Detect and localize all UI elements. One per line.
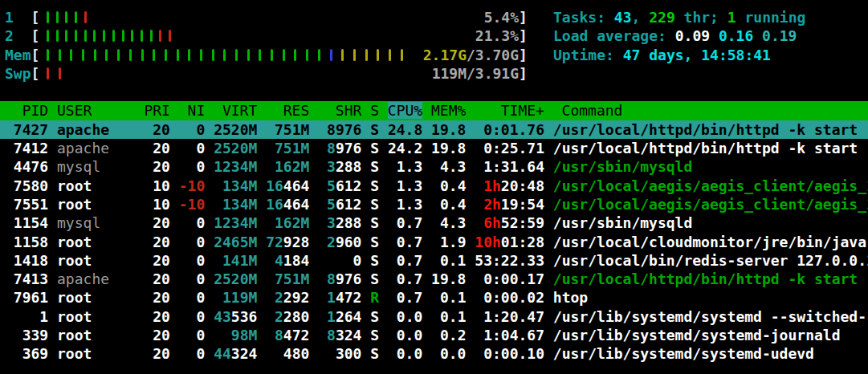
- swp-meter-row: Swp[ 119M/3.91G ]: [0, 64, 868, 83]
- blank-line: [0, 83, 868, 101]
- cell-user: root: [57, 196, 144, 213]
- cell-priority: 20: [144, 214, 178, 231]
- cell-nice: 0: [179, 327, 214, 344]
- cell-state: S: [370, 214, 388, 231]
- cell-virt: 44: [214, 345, 231, 362]
- cell-state: S: [370, 308, 388, 325]
- cell-user: root: [57, 234, 144, 250]
- cell-priority: 20: [144, 121, 178, 138]
- cell-shr-low: 960: [336, 234, 370, 250]
- cell-time: 19:54: [501, 196, 553, 213]
- load-average-summary: Load average: 0.09 0.16 0.19: [553, 26, 805, 45]
- cell-res: 8: [266, 327, 283, 344]
- process-row[interactable]: 7961 root 20 0 119M 2292 1472 R 0.7 0.1 …: [0, 288, 868, 307]
- cell-priority: 20: [144, 252, 178, 269]
- process-row[interactable]: 4476 mysql 20 0 1234M 162M 3288 S 1.3 4.…: [0, 157, 868, 176]
- cell-virt: 2520M: [214, 140, 266, 157]
- process-row[interactable]: 339 root 20 0 98M 8472 8324 S 0.0 0.2 1:…: [0, 326, 868, 344]
- cell-cpu-percent: 24.8: [388, 121, 431, 138]
- cell-priority: 20: [144, 289, 178, 306]
- process-row[interactable]: 7413 apache 20 0 2520M 751M 8976 S 0.7 1…: [0, 270, 868, 288]
- cell-mem-percent: 0.4: [431, 196, 475, 213]
- cell-cpu-percent: 1.3: [388, 196, 431, 213]
- cell-cpu-percent: 0.7: [388, 289, 431, 306]
- process-row[interactable]: 1 root 20 0 43536 2280 1264 S 0.0 0.1 1:…: [0, 307, 868, 326]
- cell-res: 4: [266, 252, 283, 269]
- load-label: Load average:: [553, 27, 675, 44]
- header-columns-right[interactable]: MEM% TIME+ Command: [422, 102, 622, 119]
- cell-state: S: [370, 345, 388, 362]
- running-label: running: [736, 9, 806, 26]
- cell-nice: 0: [179, 121, 214, 138]
- process-table-header[interactable]: PID USER PRI NI VIRT RES SHR S CPU% MEM%…: [0, 101, 868, 120]
- cell-user: root: [57, 252, 144, 269]
- cell-mem-percent: 0.1: [431, 252, 475, 269]
- cell-state: S: [370, 121, 388, 138]
- cell-time: 1:04.67: [475, 327, 553, 344]
- cell-user: mysql: [57, 214, 144, 231]
- cell-cpu-percent: 0.7: [388, 252, 431, 269]
- cell-virt: 134M: [214, 196, 266, 213]
- process-row[interactable]: 7427 apache 20 0 2520M 751M 8976 S 24.8 …: [0, 120, 868, 139]
- close-bracket: ]: [519, 26, 528, 45]
- cell-res-low: 184: [283, 252, 318, 269]
- cell-command: /usr/local/cloudmonitor/jre/bin/java -: [553, 234, 868, 250]
- cell-shr-low: 976: [336, 140, 370, 157]
- cell-nice: -10: [179, 177, 214, 194]
- process-row[interactable]: 369 root 20 0 44324 480 300 S 0.0 0.0 0:…: [0, 344, 868, 363]
- cell-time: 0:25.71: [475, 140, 553, 157]
- cell-priority: 20: [144, 140, 178, 157]
- cell-nice: -10: [179, 196, 214, 213]
- process-row[interactable]: 7412 apache 20 0 2520M 751M 8976 S 24.2 …: [0, 139, 868, 157]
- cell-state: S: [370, 270, 388, 287]
- cell-mem-percent: 0.1: [431, 308, 475, 325]
- cell-nice: 0: [179, 140, 214, 157]
- process-row[interactable]: 1418 root 20 0 141M 4184 0 S 0.7 0.1 53:…: [0, 251, 868, 270]
- cell-state: S: [370, 196, 388, 213]
- cell-cpu-percent: 0.0: [388, 308, 431, 325]
- cell-mem-percent: 0.1: [431, 289, 475, 306]
- cell-state: S: [370, 158, 388, 175]
- process-row[interactable]: 7580 root 10 -10 134M 16464 5612 S 1.3 0…: [0, 177, 868, 195]
- cell-res: 162M: [266, 158, 318, 175]
- cell-virt-low: 536: [231, 308, 266, 325]
- cell-res-low: 292: [283, 289, 318, 306]
- process-table-body: 7427 apache 20 0 2520M 751M 8976 S 24.8 …: [0, 120, 868, 364]
- header-columns-left[interactable]: PID USER PRI NI VIRT RES SHR S: [5, 102, 388, 119]
- cell-nice: 0: [179, 158, 214, 175]
- cell-res: 2: [266, 289, 283, 306]
- cell-time: 52:59: [501, 214, 553, 231]
- cell-nice: 0: [179, 270, 214, 287]
- cell-time: 0:00.02: [475, 289, 553, 306]
- cell-priority: 20: [144, 327, 178, 344]
- cell-pid: 7580: [5, 177, 57, 194]
- cell-mem-percent: 1.9: [431, 234, 475, 250]
- cell-priority: 20: [144, 308, 178, 325]
- cell-virt: 43: [214, 308, 231, 325]
- header-sort-column-cpu[interactable]: CPU%: [388, 102, 422, 119]
- cell-res-low: 928: [283, 234, 318, 250]
- cell-command: /usr/local/aegis/aegis_client/aegis_10: [553, 177, 868, 194]
- cell-command: /usr/sbin/mysqld: [553, 214, 692, 231]
- cell-user: apache: [57, 140, 144, 157]
- cell-mem-percent: 0.0: [431, 345, 475, 362]
- cell-pid: 1418: [5, 252, 57, 269]
- cell-state: S: [370, 252, 388, 269]
- cell-res: 751M: [266, 270, 318, 287]
- process-row[interactable]: 1154 mysql 20 0 1234M 162M 3288 S 0.7 4.…: [0, 213, 868, 232]
- cell-command: /usr/local/httpd/bin/httpd -k start: [553, 121, 858, 138]
- process-row[interactable]: 1158 root 20 0 2465M 72928 2960 S 0.7 1.…: [0, 233, 868, 251]
- cell-shr: 2: [318, 234, 336, 250]
- process-row[interactable]: 7551 root 10 -10 134M 16464 5612 S 1.3 0…: [0, 195, 868, 213]
- cell-shr: 8: [318, 140, 336, 157]
- cell-priority: 10: [144, 177, 178, 194]
- cell-pid: 7413: [5, 270, 57, 287]
- cell-res: 2: [266, 308, 283, 325]
- cell-mem-percent: 0.2: [431, 327, 475, 344]
- cell-shr-low: 324: [336, 327, 370, 344]
- running-count: 1: [727, 9, 736, 26]
- cell-virt: 2465M: [214, 234, 266, 250]
- cell-command: /usr/local/bin/redis-server 127.0.0.1:: [553, 252, 868, 269]
- cell-nice: 0: [179, 234, 214, 250]
- cell-virt: 141M: [214, 252, 266, 269]
